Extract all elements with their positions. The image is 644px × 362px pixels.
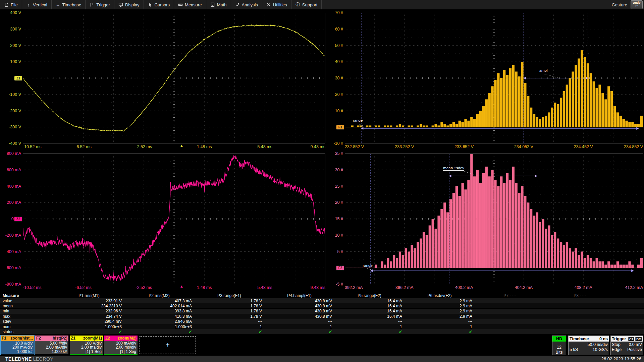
descriptor-box-z1[interactable]: Z1zoom(M1)100 V/div2.00 ms/div[1] 1 Seg xyxy=(70,336,103,355)
measure-row-label: max xyxy=(0,314,56,319)
measure-row-mean: mean234.2310 V402.014 mA1.78 V430.8 mV16… xyxy=(0,303,644,308)
datetime-label: 26.02.2023 13:55:26 xyxy=(601,356,644,361)
trigger-position-marker[interactable]: ▲ xyxy=(180,144,183,147)
descriptor-box-f2[interactable]: F2hist(P2)5.00 #/div2.00 mA/div1.000 k# xyxy=(35,336,68,355)
measure-row-min: min232.96 V393.8 mA1.78 V430.8 mV16.4 mA… xyxy=(0,309,644,314)
add-trace-button[interactable]: + xyxy=(140,336,196,354)
measure-value: 1.000e+3 xyxy=(126,324,197,329)
descriptor-box-f1[interactable]: F1zoom(hist...10.0 #/div200 mV/div1.000 … xyxy=(1,336,34,355)
oscilloscope-screen: File↕Vertical↔TimebaseTriggerDisplayCurs… xyxy=(0,0,644,362)
menu-item-trigger[interactable]: Trigger xyxy=(86,0,114,9)
y-axis-label: -800 mA xyxy=(0,282,21,287)
descriptor-line: [1] 1 Seg xyxy=(105,350,136,354)
descriptor-id: Z1 xyxy=(71,336,75,341)
x-axis-label: -10.52 ms xyxy=(23,144,42,149)
x-axis-label: 1.48 ms xyxy=(197,144,212,149)
timebase-icon: ↔ xyxy=(56,2,60,7)
plot-z1-waveform[interactable] xyxy=(23,13,325,143)
measure-value: 430.8 mV xyxy=(267,304,337,308)
plus-icon: + xyxy=(166,341,170,349)
plot-z2-waveform[interactable] xyxy=(23,154,325,284)
y-axis-label: 20 # xyxy=(322,200,343,205)
x-axis-label: 234.452 V xyxy=(574,144,593,149)
timebase-box[interactable]: Timebase 0 ns 50.0 ns/div 5 kS10 GS/s xyxy=(568,336,609,355)
measure-col-header[interactable]: P7:- - - xyxy=(477,293,547,298)
support-icon: ⓘ xyxy=(296,2,300,8)
measure-value: 16.4 mA xyxy=(337,299,407,303)
measure-col-header[interactable]: P8:- - - xyxy=(547,293,617,298)
descriptor-id: F2 xyxy=(36,336,41,341)
timebase-samples: 5 kS xyxy=(570,347,578,352)
trigger-title: Trigger xyxy=(612,337,626,341)
trigger-source-badge: C1 xyxy=(628,337,634,341)
descriptor-id: F1 xyxy=(2,336,6,341)
measure-value: 232.96 V xyxy=(56,309,126,313)
plot-f2-histogram[interactable] xyxy=(345,154,643,284)
measure-col-header[interactable]: P6:hsdev(F2) xyxy=(407,293,477,298)
menu-item-support[interactable]: ⓘSupport xyxy=(291,0,322,9)
hd-mode-box[interactable]: HD 12 Bits xyxy=(552,336,566,355)
descriptor-status-line xyxy=(70,354,103,355)
measure-value: 1.78 V xyxy=(197,309,267,313)
trigger-mode: Stop xyxy=(612,342,621,347)
y-axis-label: 50 # xyxy=(322,43,343,48)
menu-item-label: Display xyxy=(125,2,140,7)
measure-col-header[interactable]: P4:hampl(F1) xyxy=(267,293,337,298)
annotation-range: range xyxy=(353,118,363,123)
channel-badge-f1[interactable]: F1 xyxy=(336,125,344,130)
measure-value: 430.8 mV xyxy=(267,314,337,319)
menu-item-display[interactable]: Display xyxy=(114,0,144,9)
descriptor-header: Z1zoom(M1) xyxy=(70,336,103,341)
descriptor-header: Z2zoom(M2) xyxy=(104,336,138,341)
measure-row-label: num xyxy=(0,324,56,329)
math-icon xyxy=(210,2,215,7)
descriptor-line: [1] 1 Seg xyxy=(70,350,102,354)
descriptor-line: 1.000 k# xyxy=(36,350,67,354)
descriptor-function: zoom(M1) xyxy=(83,336,102,341)
channel-badge-f2[interactable]: F2 xyxy=(336,265,344,270)
y-axis-label: 70 # xyxy=(322,10,343,15)
measure-row-label: min xyxy=(0,309,56,313)
menu-item-analysis[interactable]: Analysis xyxy=(231,0,262,9)
measure-col-header[interactable]: P3:range(F1) xyxy=(197,293,267,298)
menu-item-timebase[interactable]: ↔Timebase xyxy=(52,0,86,9)
trigger-box[interactable]: Trigger C1DC Stop0.0 mV EdgePositive xyxy=(610,336,643,355)
menu-item-measure[interactable]: Measure xyxy=(174,0,206,9)
y-axis-label: -5 # xyxy=(322,282,343,287)
undo-button[interactable]: Undo ↶ xyxy=(631,0,643,9)
menu-item-label: Support xyxy=(302,2,318,7)
brand-logo: TELEDYNELECROY xyxy=(0,356,53,362)
y-axis-label: -600 mA xyxy=(0,265,21,270)
measure-value: 1 xyxy=(197,324,267,329)
menu-item-math[interactable]: Math xyxy=(206,0,231,9)
measure-value: 290.4 mV xyxy=(56,319,126,324)
descriptor-line: 2.00 mA/div xyxy=(36,345,67,349)
measure-value: 1.78 V xyxy=(197,299,267,303)
descriptor-line: 200 mV/div xyxy=(1,345,33,349)
menu-item-cursors[interactable]: Cursors xyxy=(144,0,174,9)
trigger-position-marker[interactable]: ▲ xyxy=(180,285,183,288)
measure-value: 1.000e+3 xyxy=(56,324,126,329)
channel-badge-z1[interactable]: Z1 xyxy=(14,76,22,81)
menu-item-file[interactable]: File xyxy=(0,0,22,9)
descriptor-id: Z2 xyxy=(105,336,110,341)
measure-col-header[interactable]: P2:rms(M2) xyxy=(126,293,197,298)
hd-bits-label: 12 Bits xyxy=(552,342,566,355)
measure-value: 2.9 mA xyxy=(407,299,477,303)
x-axis-label: 392.2 mA xyxy=(345,285,363,290)
menu-item-utilities[interactable]: Utilities xyxy=(262,0,291,9)
y-axis-label: 30 # xyxy=(322,168,343,172)
x-axis-label: 233.252 V xyxy=(395,144,414,149)
y-axis-label: 300 V xyxy=(0,27,21,32)
channel-badge-z2[interactable]: Z2 xyxy=(14,217,22,222)
measure-col-header[interactable]: P1:rms(M1) xyxy=(56,293,126,298)
measure-row-status: status✔✔✔✔✔✔ xyxy=(0,329,644,334)
measure-col-header[interactable]: P5:range(F2) xyxy=(337,293,407,298)
y-axis-label: 5 # xyxy=(322,249,343,254)
hd-badge: HD xyxy=(552,336,566,342)
plot-f1-histogram[interactable] xyxy=(345,13,643,143)
descriptor-box-z2[interactable]: Z2zoom(M2)200 mA/div2.00 ms/div[1] 1 Seg xyxy=(104,336,138,355)
timebase-body: 50.0 ns/div 5 kS10 GS/s xyxy=(569,342,609,352)
descriptor-function: zoom(M2) xyxy=(118,336,137,341)
menu-item-vertical[interactable]: ↕Vertical xyxy=(22,0,52,9)
